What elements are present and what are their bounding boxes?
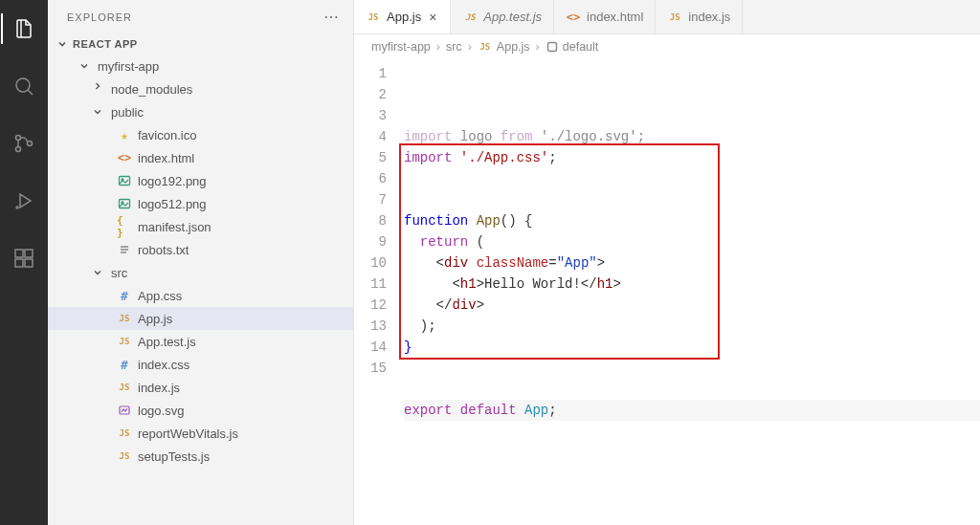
activity-source-control-icon[interactable] (1, 124, 47, 163)
file-tree: myfirst-appnode_modulespublic★favicon.ic… (48, 55, 353, 468)
folder-public[interactable]: public (48, 100, 353, 123)
file-logo-svg[interactable]: logo.svg (48, 399, 353, 422)
tab-label: index.html (587, 10, 643, 24)
folder-node_modules[interactable]: node_modules (48, 77, 353, 100)
breadcrumb-myfirst-app[interactable]: myfirst-app (371, 40, 431, 54)
code-line[interactable] (404, 168, 980, 189)
code-line[interactable] (404, 421, 980, 442)
file-app-js[interactable]: JSApp.js (48, 307, 353, 330)
file-index-html[interactable]: <>index.html (48, 146, 353, 169)
text-file-icon (117, 242, 132, 257)
file-tree-label: App.test.js (138, 335, 345, 349)
svg-point-2 (16, 147, 21, 152)
folder-myfirst-app[interactable]: myfirst-app (48, 55, 353, 77)
svg-file-icon (117, 403, 132, 418)
tab-label: index.js (688, 10, 730, 24)
js-file-icon: JS (366, 10, 381, 25)
code-line[interactable]: function App() { (404, 210, 980, 231)
breadcrumb-src[interactable]: src (446, 40, 462, 54)
code-line[interactable] (404, 358, 980, 379)
file-robots-txt[interactable]: robots.txt (48, 238, 353, 261)
line-number: 14 (354, 337, 387, 358)
breadcrumb-separator: › (468, 40, 472, 54)
line-number: 4 (354, 126, 387, 147)
image-file-icon (117, 196, 132, 211)
svg-rect-7 (15, 259, 23, 267)
js-file-icon: JS (117, 426, 132, 441)
code-editor[interactable]: 123456789101112131415 import logo from '… (354, 59, 980, 525)
file-tree-label: index.html (138, 151, 345, 165)
activity-explorer-icon[interactable] (1, 10, 47, 48)
svg-rect-14 (547, 43, 556, 52)
chevron-down-icon (90, 104, 105, 120)
svg-point-0 (16, 78, 30, 92)
js-file-icon: JS (117, 334, 132, 349)
file-logo512-png[interactable]: logo512.png (48, 192, 353, 215)
file-app-css[interactable]: #App.css (48, 284, 353, 307)
code-line[interactable]: import './App.css'; (404, 147, 980, 168)
tab-label: App.test.js (483, 10, 542, 24)
file-tree-label: src (111, 266, 345, 280)
line-number: 5 (354, 147, 387, 168)
tab-index-js[interactable]: JSindex.js (656, 0, 743, 33)
code-line[interactable]: } (404, 337, 980, 358)
chevron-right-icon (90, 81, 105, 97)
file-tree-label: index.css (138, 358, 345, 372)
explorer-header: EXPLORER ⋯ (48, 0, 353, 33)
code-line[interactable]: <div className="App"> (404, 252, 980, 273)
js-file-icon: JS (667, 10, 682, 25)
file-reportwebvitals-js[interactable]: JSreportWebVitals.js (48, 422, 353, 445)
file-tree-label: logo192.png (138, 174, 345, 188)
code-line[interactable]: import logo from './logo.svg'; (404, 126, 980, 147)
breadcrumb-default[interactable]: default (546, 40, 599, 54)
code-line[interactable]: </div> (404, 295, 980, 316)
activity-search-icon[interactable] (1, 67, 47, 105)
json-file-icon: { } (117, 219, 132, 234)
tab-app-js[interactable]: JSApp.js× (354, 0, 451, 33)
file-tree-label: index.js (138, 381, 345, 395)
image-file-icon (117, 173, 132, 188)
file-favicon-ico[interactable]: ★favicon.ico (48, 123, 353, 146)
code-content[interactable]: import logo from './logo.svg';import './… (404, 63, 980, 525)
html-file-icon: <> (117, 150, 132, 165)
code-line[interactable]: <h1>Hello World!</h1> (404, 273, 980, 295)
js-file-icon: JS (117, 380, 132, 395)
file-manifest-json[interactable]: { }manifest.json (48, 215, 353, 238)
activity-extensions-icon[interactable] (1, 239, 47, 277)
line-number: 11 (354, 273, 387, 295)
file-tree-label: robots.txt (138, 243, 345, 257)
js-file-icon: JS (478, 39, 493, 55)
code-line[interactable] (404, 379, 980, 400)
breadcrumb-label: App.js (497, 40, 530, 54)
code-line[interactable]: export default App; (404, 400, 980, 421)
line-number: 15 (354, 358, 387, 379)
activity-run-debug-icon[interactable] (1, 182, 47, 220)
breadcrumb-label: default (563, 40, 599, 54)
tab-app-test-js[interactable]: JSApp.test.js (451, 0, 554, 33)
file-index-js[interactable]: JSindex.js (48, 376, 353, 399)
code-line[interactable]: ); (404, 316, 980, 337)
explorer-more-icon[interactable]: ⋯ (323, 8, 340, 26)
file-index-css[interactable]: #index.css (48, 353, 353, 376)
code-line[interactable] (404, 189, 980, 210)
breadcrumb-app-js[interactable]: JSApp.js (478, 39, 530, 55)
file-app-test-js[interactable]: JSApp.test.js (48, 330, 353, 353)
tab-close-icon[interactable]: × (427, 10, 438, 25)
line-number: 9 (354, 231, 387, 252)
code-line[interactable]: return ( (404, 231, 980, 252)
file-logo192-png[interactable]: logo192.png (48, 169, 353, 192)
svg-rect-6 (25, 250, 33, 257)
tab-index-html[interactable]: <>index.html (554, 0, 656, 33)
folder-src[interactable]: src (48, 261, 353, 284)
file-setuptests-js[interactable]: JSsetupTests.js (48, 445, 353, 468)
explorer-section[interactable]: REACT APP (48, 33, 353, 55)
chevron-down-icon (56, 37, 69, 51)
file-tree-label: reportWebVitals.js (138, 427, 345, 441)
file-tree-label: node_modules (111, 82, 345, 97)
favicon-icon: ★ (117, 127, 132, 142)
file-tree-label: App.css (138, 289, 345, 303)
svg-point-1 (16, 136, 21, 141)
file-tree-label: App.js (138, 312, 345, 326)
line-number: 1 (354, 63, 387, 84)
breadcrumb: myfirst-app›src›JSApp.js›default (354, 34, 980, 59)
